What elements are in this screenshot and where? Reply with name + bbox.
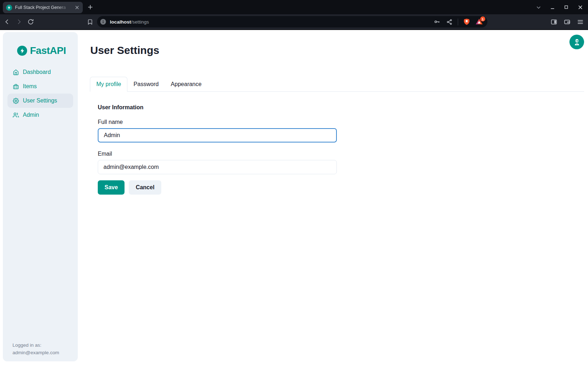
urlbar-actions: 1 <box>434 18 483 26</box>
sidebar-nav: Dashboard Items User Set <box>7 65 73 122</box>
url-text: localhost/settings <box>110 19 149 25</box>
sidebar-item-user-settings[interactable]: User Settings <box>7 94 73 108</box>
tab-password[interactable]: Password <box>127 77 164 92</box>
briefcase-icon <box>13 84 19 90</box>
bookmark-icon[interactable] <box>86 18 93 25</box>
browser-toolbar: localhost/settings <box>0 14 588 30</box>
sidebar-item-label: Admin <box>23 112 39 118</box>
full-name-label: Full name <box>98 119 337 125</box>
save-button[interactable]: Save <box>98 180 125 195</box>
toolbar-divider <box>458 19 458 25</box>
reload-button[interactable] <box>27 18 34 25</box>
rewards-badge: 1 <box>480 16 485 21</box>
settings-tabs: My profile Password Appearance <box>90 77 584 92</box>
brave-rewards-icon[interactable]: 1 <box>475 18 483 26</box>
maximize-button[interactable] <box>563 4 569 10</box>
main-area: User Settings My profile Password Appear… <box>78 30 588 366</box>
new-tab-button[interactable] <box>86 2 95 12</box>
site-info-icon[interactable] <box>100 19 106 25</box>
cancel-button[interactable]: Cancel <box>129 180 161 195</box>
minimize-button[interactable] <box>549 4 555 10</box>
wallet-icon[interactable] <box>563 18 571 25</box>
user-avatar-button[interactable] <box>569 35 584 49</box>
browser-tab-strip: Full Stack Project Genera <box>0 0 588 14</box>
page-title: User Settings <box>90 44 159 56</box>
brave-shield-icon[interactable] <box>463 18 470 25</box>
logged-in-label: Logged in as: <box>12 341 59 349</box>
nav-buttons <box>4 14 34 29</box>
sidebar-item-dashboard[interactable]: Dashboard <box>7 65 73 79</box>
tab-search-chevron-icon[interactable] <box>536 4 541 10</box>
sidebar-item-label: Items <box>23 83 37 90</box>
tab-title: Full Stack Project Genera <box>15 5 71 10</box>
sidebar-item-admin[interactable]: Admin <box>7 108 73 122</box>
sidebar-item-label: User Settings <box>23 97 57 104</box>
menu-hamburger-icon[interactable] <box>577 18 584 25</box>
window-controls <box>536 0 583 14</box>
fastapi-logo: FastAPI <box>17 45 66 56</box>
logged-in-footer: Logged in as: admin@example.com <box>12 341 59 356</box>
user-information-form: User Information Full name Email Save Ca… <box>98 104 337 195</box>
tab-close-icon[interactable] <box>74 5 80 10</box>
email-label: Email <box>98 151 337 157</box>
back-button[interactable] <box>4 18 11 25</box>
brand-name: FastAPI <box>30 45 66 56</box>
side-panel-icon[interactable] <box>550 18 557 25</box>
toolbar-right-actions <box>550 14 584 29</box>
form-actions: Save Cancel <box>98 180 337 195</box>
email-input[interactable] <box>98 160 337 174</box>
url-path: /settings <box>131 19 149 25</box>
forward-button[interactable] <box>15 18 22 25</box>
sidebar-item-items[interactable]: Items <box>7 79 73 94</box>
browser-tab[interactable]: Full Stack Project Genera <box>3 2 83 13</box>
fastapi-favicon-icon <box>6 5 12 11</box>
user-astronaut-icon <box>573 38 581 46</box>
url-host: localhost <box>110 19 131 25</box>
section-title: User Information <box>98 104 337 111</box>
app-content: FastAPI Dashboard It <box>0 30 588 366</box>
logged-in-email: admin@example.com <box>12 349 59 356</box>
fastapi-bolt-icon <box>17 46 27 56</box>
full-name-input[interactable] <box>98 128 337 142</box>
password-key-icon[interactable] <box>434 18 441 25</box>
sidebar: FastAPI Dashboard It <box>3 32 78 361</box>
url-bar[interactable]: localhost/settings <box>97 16 487 27</box>
users-icon <box>13 112 19 118</box>
close-window-button[interactable] <box>577 4 583 10</box>
gear-icon <box>13 98 19 104</box>
tab-appearance[interactable]: Appearance <box>165 77 208 92</box>
home-icon <box>13 69 19 75</box>
tab-my-profile[interactable]: My profile <box>90 77 127 92</box>
sidebar-item-label: Dashboard <box>23 69 51 75</box>
share-icon[interactable] <box>446 18 453 25</box>
